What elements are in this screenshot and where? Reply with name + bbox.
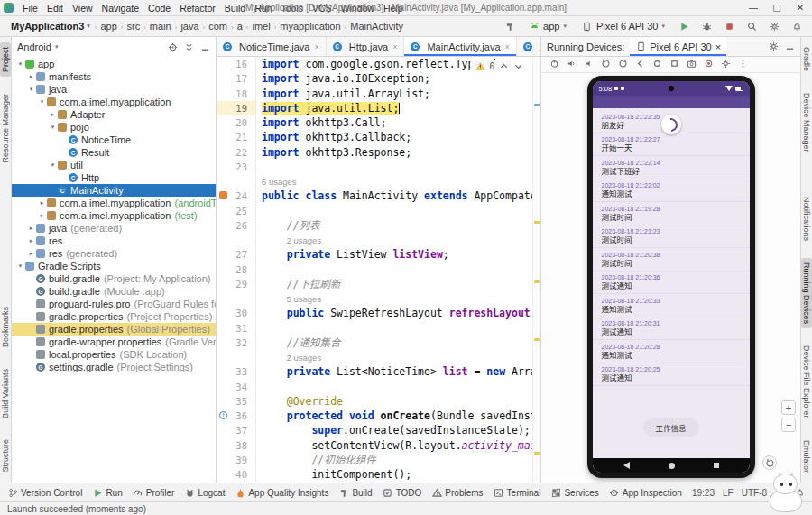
line-separator-indicator[interactable]: LF xyxy=(723,488,734,498)
code-line[interactable]: 6 usages xyxy=(217,174,540,189)
tree-item-gradle-wrapper-properties[interactable]: gradle-wrapper.properties(Gradle Version… xyxy=(12,336,216,348)
locate-file-icon[interactable] xyxy=(167,41,178,52)
stop-button[interactable] xyxy=(721,18,737,34)
toolwindow-button-app-quality-insights[interactable]: App Quality Insights xyxy=(235,487,328,498)
prev-problem-icon[interactable] xyxy=(498,60,509,71)
toolwindow-button-problems[interactable]: Problems xyxy=(431,487,483,498)
menu-navigate[interactable]: Navigate xyxy=(97,3,143,14)
breadcrumb-item[interactable]: a xyxy=(235,21,245,32)
usages-inlay-hint[interactable]: 2 usages xyxy=(287,234,322,247)
device-overview-button[interactable] xyxy=(669,59,679,71)
toolwindow-button-todo[interactable]: TODO xyxy=(383,487,422,498)
code-line[interactable]: 30 public SwipeRefreshLayout refreshLayo… xyxy=(217,306,540,320)
notification-list-item[interactable]: 2023-08-18 21:21:23测试时间 xyxy=(593,225,750,249)
usages-inlay-hint[interactable]: 6 usages xyxy=(262,175,297,189)
tree-item-build-gradle[interactable]: Gbuild.gradle(Module :app) xyxy=(12,285,216,298)
device-rotate-right-button[interactable] xyxy=(617,59,628,71)
device-tab[interactable]: Pixel 6 API 30 × xyxy=(630,37,726,56)
tool-stripe-gradle[interactable]: Gradle xyxy=(801,42,812,76)
tree-item-com-a-imel-myapplication[interactable]: ▸com.a.imel.myapplication(test) xyxy=(12,209,216,222)
code-line[interactable]: 20import okhttp3.Call; xyxy=(217,115,540,130)
run-config-selector[interactable]: app ▾ xyxy=(524,20,571,32)
tree-item-gradle-scripts[interactable]: ▾Gradle Scripts xyxy=(12,260,216,272)
class-gutter-icon[interactable] xyxy=(219,191,227,199)
tree-item-manifests[interactable]: ▸manifests xyxy=(12,70,216,83)
breadcrumb-item[interactable]: MainActivity xyxy=(347,21,406,32)
home-icon[interactable] xyxy=(669,463,675,469)
device-volume-up-button[interactable] xyxy=(566,59,577,71)
tree-collapse-arrow[interactable]: ▸ xyxy=(26,250,36,257)
tree-item-adapter[interactable]: ▸Adapter xyxy=(12,108,216,121)
tree-expanded-arrow[interactable]: ▾ xyxy=(15,60,25,68)
notification-list-item[interactable]: 2023-08-18 21:20:28通知测试 xyxy=(593,340,750,363)
tree-collapse-arrow[interactable]: ▸ xyxy=(37,212,47,219)
code-line[interactable]: 25 xyxy=(217,204,540,218)
encoding-indicator[interactable]: UTF-8 xyxy=(742,488,767,498)
breadcrumb-item[interactable]: app xyxy=(97,21,119,32)
breadcrumb-item[interactable]: com xyxy=(206,21,230,32)
tree-item-res[interactable]: ▸res xyxy=(12,235,216,247)
overview-icon[interactable] xyxy=(714,463,719,468)
device-camera-button[interactable] xyxy=(686,59,697,71)
notification-list-item[interactable]: 2023-08-18 21:20:33通知测试 xyxy=(593,294,750,317)
breadcrumb-item[interactable]: main xyxy=(147,21,174,32)
tree-collapse-arrow[interactable]: ▸ xyxy=(48,111,58,118)
phone-action-button[interactable]: 工作信息 xyxy=(642,418,698,437)
code-line[interactable]: 37 super.onCreate(savedInstanceState); xyxy=(217,423,540,437)
usages-inlay-hint[interactable]: 5 usages xyxy=(287,292,322,306)
toolwindow-button-logcat[interactable]: Logcat xyxy=(184,487,225,498)
breadcrumb-item[interactable]: java xyxy=(178,21,201,32)
tree-item-http[interactable]: CHttp xyxy=(12,171,216,184)
phone-screen[interactable]: 5:08 2023-08-18 21:22:35朋友好2023-08-18 xyxy=(593,81,750,473)
tree-item-mainactivity[interactable]: CMainActivity xyxy=(12,184,216,197)
code-line[interactable]: 2 usages xyxy=(217,233,540,247)
device-volume-down-button[interactable] xyxy=(583,59,594,71)
device-record-button[interactable] xyxy=(703,59,714,71)
device-selector[interactable]: Pixel 6 API 30 ▾ xyxy=(577,20,669,32)
tool-stripe-project[interactable]: Project xyxy=(0,42,11,77)
tree-item-local-properties[interactable]: local.properties(SDK Location) xyxy=(12,348,216,361)
tree-collapse-arrow[interactable]: ▸ xyxy=(37,199,47,207)
editor-scrollbar[interactable] xyxy=(532,57,540,483)
run-button[interactable] xyxy=(676,18,692,34)
cursor-position[interactable]: 19:23 xyxy=(692,488,715,498)
tree-item-gradle-properties[interactable]: gradle.properties(Global Properties) xyxy=(12,323,216,336)
tool-stripe-device-manager[interactable]: Device Manager xyxy=(801,88,812,157)
tree-item-result[interactable]: CResult xyxy=(12,146,216,159)
tab-noticetime-java[interactable]: CNoticeTime.java× xyxy=(217,37,327,56)
toolwindow-button-terminal[interactable]: Terminal xyxy=(494,487,541,498)
code-line[interactable]: 22import okhttp3.Response; xyxy=(217,145,540,160)
device-power-button[interactable] xyxy=(549,59,559,71)
notification-list-item[interactable]: 2023-08-18 21:22:27开始一天 xyxy=(593,133,750,157)
tree-expanded-arrow[interactable]: ▾ xyxy=(26,86,36,93)
close-icon[interactable]: × xyxy=(314,42,318,51)
code-line[interactable]: 2 usages xyxy=(217,350,540,364)
tool-stripe-notifications[interactable]: Notifications xyxy=(801,192,812,245)
tree-item-java[interactable]: ▸java(generated) xyxy=(12,222,216,235)
gear-icon[interactable] xyxy=(768,41,779,52)
notification-list-item[interactable]: 2023-08-18 21:20:31测试通知 xyxy=(593,317,750,341)
device-back-button[interactable] xyxy=(634,59,645,71)
tree-expanded-arrow[interactable]: ▾ xyxy=(15,262,25,270)
tree-item-res[interactable]: ▸res(generated) xyxy=(12,247,216,260)
notification-list-item[interactable]: 2023-08-18 21:19:28测试时间 xyxy=(593,202,750,225)
code-line[interactable]: 24public class MainActivity extends AppC… xyxy=(217,189,540,203)
tool-stripe-running-devices[interactable]: Running Devices xyxy=(801,258,812,328)
code-line[interactable]: 31 xyxy=(217,321,540,336)
hide-panel-icon[interactable] xyxy=(784,41,795,52)
code-line[interactable]: 33 private List<NoticeTime> list = new A… xyxy=(217,364,540,379)
search-everywhere-button[interactable] xyxy=(743,18,760,34)
tool-stripe-bookmarks[interactable]: Bookmarks xyxy=(0,302,11,352)
code-line[interactable]: 27 private ListView listView; xyxy=(217,247,540,262)
phone-notification-list[interactable]: 2023-08-18 21:22:35朋友好2023-08-18 21:22:2… xyxy=(593,108,750,458)
tree-collapse-arrow[interactable]: ▸ xyxy=(26,225,36,232)
menu-refactor[interactable]: Refactor xyxy=(175,3,220,14)
collapse-all-icon[interactable] xyxy=(183,41,194,52)
project-selector[interactable]: MyApplication3 ▾ xyxy=(7,21,94,32)
override-gutter-icon[interactable]: ↑ xyxy=(219,411,227,419)
device-more-button[interactable] xyxy=(737,59,748,71)
close-button[interactable]: ✕ xyxy=(789,0,812,15)
tree-expanded-arrow[interactable]: ▾ xyxy=(48,161,58,169)
tool-stripe-build-variants[interactable]: Build Variants xyxy=(0,364,11,423)
project-view-selector[interactable]: Android xyxy=(17,41,51,52)
